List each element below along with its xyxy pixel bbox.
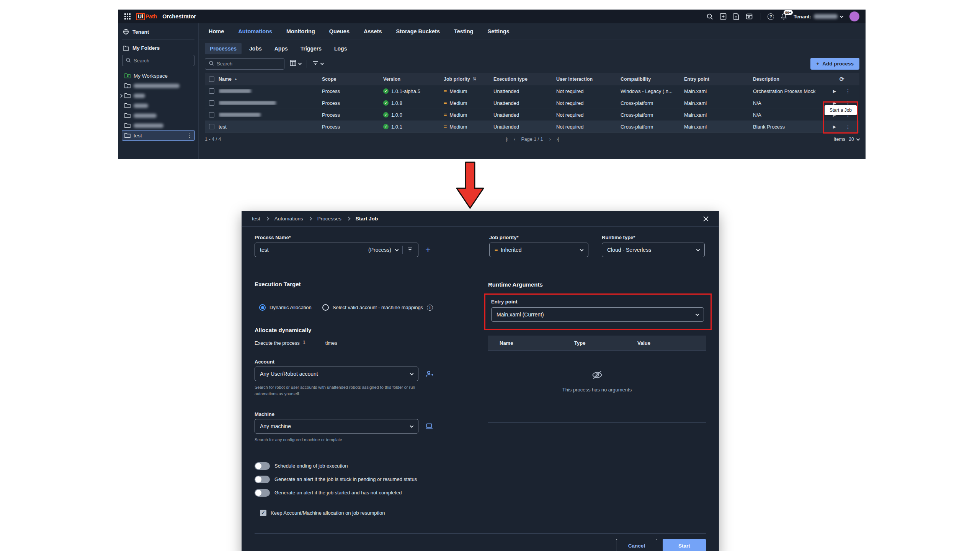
toggle[interactable] xyxy=(255,476,270,483)
column-header-job-priority[interactable]: Job priority⇅ xyxy=(444,77,493,82)
help-icon[interactable]: ? xyxy=(768,13,774,20)
filter-selector[interactable] xyxy=(312,60,323,67)
tab-settings[interactable]: Settings xyxy=(487,28,509,34)
no-arguments-text: This process has no arguments xyxy=(488,387,706,393)
column-header-entry-point[interactable]: Entry point xyxy=(684,77,753,82)
column-header-compatibility[interactable]: Compatibility xyxy=(621,77,684,82)
table-row[interactable]: Process✓1.0.8=MediumUnattendedNot requir… xyxy=(205,97,859,109)
sidebar-item-redacted[interactable]: s xyxy=(122,81,194,91)
prev-page-button[interactable]: ‹ xyxy=(514,137,515,142)
tenant-selector[interactable]: Tenant: xyxy=(794,14,843,20)
refresh-cell: ⟳ xyxy=(824,76,859,83)
table-row[interactable]: testProcess✓1.0.1=MediumUnattendedNot re… xyxy=(205,121,859,133)
play-icon[interactable]: ▶ xyxy=(833,101,836,106)
column-header-scope[interactable]: Scope xyxy=(322,77,383,82)
uipath-logo: Ui Path xyxy=(136,13,157,20)
grid-search-input[interactable] xyxy=(217,61,274,67)
account-select[interactable]: Any User/Robot account xyxy=(255,367,418,381)
tab-storage-buckets[interactable]: Storage Buckets xyxy=(396,28,440,34)
runtime-type-select[interactable]: Cloud - Serverless xyxy=(602,243,705,257)
toggle[interactable] xyxy=(255,462,270,470)
sidebar-my-folders[interactable]: My Folders xyxy=(122,40,194,55)
breadcrumb-item-automations[interactable]: Automations xyxy=(274,216,303,222)
kebab-menu-icon[interactable]: ⋮ xyxy=(845,88,851,94)
subtab-triggers[interactable]: Triggers xyxy=(296,43,327,54)
first-page-button[interactable]: |‹ xyxy=(506,137,508,142)
manage-accounts-icon[interactable] xyxy=(425,370,434,378)
notifications-bell-icon[interactable]: 99+ xyxy=(781,13,787,20)
sidebar-search[interactable] xyxy=(122,55,194,66)
radio-account-machine-mappings[interactable]: Select valid account - machine mappings … xyxy=(322,304,433,311)
row-checkbox[interactable] xyxy=(205,112,219,117)
pagination: 1 - 4 / 4 |‹ ‹ Page 1 / 1 › ›| Items xyxy=(205,133,859,146)
row-checkbox[interactable] xyxy=(205,100,219,106)
job-priority-select[interactable]: = Inherited xyxy=(489,243,588,257)
breadcrumb-item-test[interactable]: test xyxy=(252,216,260,222)
sidebar-item-redacted[interactable] xyxy=(122,121,194,130)
machine-icon[interactable] xyxy=(425,423,433,430)
sidebar-search-input[interactable] xyxy=(134,58,183,64)
play-icon[interactable]: ▶ xyxy=(833,89,836,94)
tab-monitoring[interactable]: Monitoring xyxy=(286,28,315,34)
machine-select[interactable]: Any machine xyxy=(255,419,418,434)
column-header-name[interactable]: Name▲ xyxy=(219,77,322,82)
grid-search[interactable] xyxy=(205,58,284,70)
close-icon[interactable] xyxy=(703,216,709,222)
resource-center-icon[interactable] xyxy=(746,13,753,20)
column-header-description[interactable]: Description xyxy=(753,77,824,82)
tab-queues[interactable]: Queues xyxy=(329,28,350,34)
next-page-button[interactable]: › xyxy=(549,137,550,142)
add-package-icon[interactable]: + xyxy=(425,245,431,254)
columns-selector[interactable] xyxy=(290,60,301,68)
sidebar-item-redacted[interactable] xyxy=(122,101,194,111)
refresh-icon[interactable]: ⟳ xyxy=(840,76,844,83)
tab-automations[interactable]: Automations xyxy=(238,28,272,34)
sidebar-item-redacted[interactable] xyxy=(122,111,194,121)
filter-icon[interactable] xyxy=(407,247,413,253)
tab-home[interactable]: Home xyxy=(209,28,224,34)
times-input[interactable]: 1 xyxy=(302,339,323,346)
avatar[interactable] xyxy=(849,11,859,21)
entry-point-select[interactable]: Main.xaml (Current) xyxy=(491,307,704,322)
play-icon[interactable]: ▶ xyxy=(833,124,836,129)
select-all-checkbox[interactable] xyxy=(205,77,219,82)
version-cell: ✓1.0.8 xyxy=(383,100,444,106)
apps-grid-icon[interactable] xyxy=(124,13,131,20)
sidebar-item-my-workspace[interactable]: My Workspace xyxy=(122,71,194,81)
row-checkbox[interactable] xyxy=(205,88,219,94)
start-button[interactable]: Start xyxy=(663,539,706,551)
subtab-processes[interactable]: Processes xyxy=(205,43,242,54)
subtab-logs[interactable]: Logs xyxy=(329,43,352,54)
subtab-jobs[interactable]: Jobs xyxy=(244,43,267,54)
sidebar-item-redacted[interactable] xyxy=(122,91,194,101)
tab-testing[interactable]: Testing xyxy=(454,28,473,34)
column-header-execution-type[interactable]: Execution type xyxy=(493,77,556,82)
column-header-user-interaction[interactable]: User interaction xyxy=(556,77,621,82)
kebab-menu-icon[interactable]: ⋮ xyxy=(187,132,192,139)
column-header-version[interactable]: Version xyxy=(383,77,444,82)
breadcrumb-item-start-job[interactable]: Start Job xyxy=(356,216,378,222)
cancel-button[interactable]: Cancel xyxy=(616,539,657,551)
keep-allocation-checkbox-row[interactable]: ✓ Keep Account/Machine allocation on job… xyxy=(255,510,446,516)
table-row[interactable]: Process✓1.0.1-alpha.5=MediumUnattendedNo… xyxy=(205,85,859,97)
table-row[interactable]: Process✓1.0.0=MediumUnattendedNot requir… xyxy=(205,109,859,121)
sidebar-tenant[interactable]: Tenant xyxy=(122,27,194,40)
add-process-button[interactable]: + Add process xyxy=(810,58,859,70)
tab-assets[interactable]: Assets xyxy=(364,28,382,34)
last-page-button[interactable]: ›| xyxy=(557,137,559,142)
subtab-apps[interactable]: Apps xyxy=(270,43,293,54)
sidebar-item-test[interactable]: test⋮ xyxy=(122,130,194,140)
breadcrumb-item-processes[interactable]: Processes xyxy=(317,216,341,222)
info-icon[interactable]: i xyxy=(427,305,433,311)
row-checkbox[interactable] xyxy=(205,124,219,129)
kebab-menu-icon[interactable]: ⋮ xyxy=(845,124,851,130)
process-name-select[interactable]: test (Process) xyxy=(255,243,418,257)
expand-chevron-icon[interactable] xyxy=(119,94,123,98)
toggle[interactable] xyxy=(255,489,270,497)
items-per-page-select[interactable]: 20 xyxy=(849,137,859,142)
search-icon[interactable] xyxy=(706,13,713,20)
add-square-icon[interactable] xyxy=(720,13,727,20)
checkbox-checked-icon[interactable]: ✓ xyxy=(260,510,266,516)
radio-dynamic-allocation[interactable]: Dynamic Allocation xyxy=(259,304,312,311)
document-icon[interactable] xyxy=(733,13,739,20)
